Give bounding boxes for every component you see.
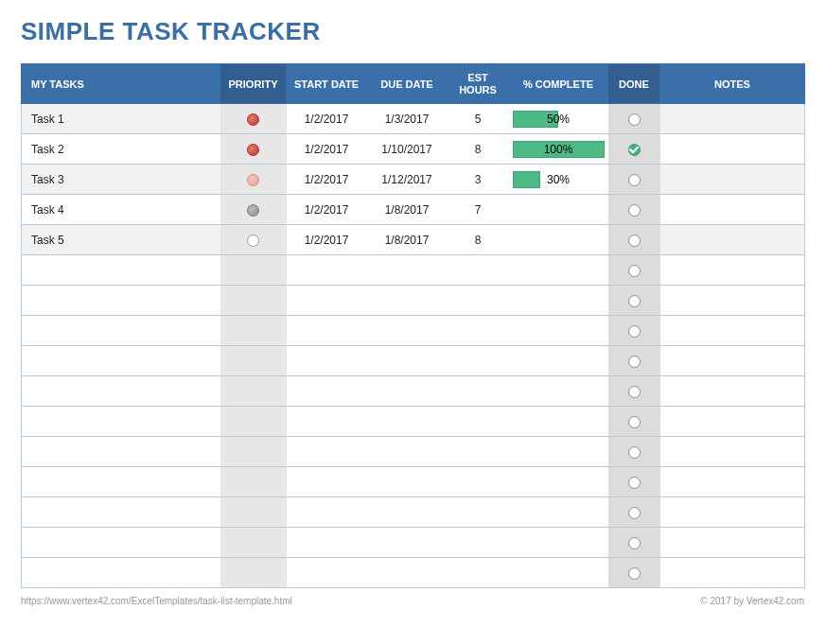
cell-due-date[interactable]: 1/10/2017 xyxy=(367,134,448,165)
cell-start-date[interactable]: 1/2/2017 xyxy=(287,195,367,225)
cell-notes[interactable] xyxy=(660,558,805,588)
cell-due-date[interactable] xyxy=(367,437,448,467)
cell-start-date[interactable]: 1/2/2017 xyxy=(287,165,367,195)
cell-due-date[interactable] xyxy=(367,376,448,407)
cell-est-hours[interactable] xyxy=(448,255,509,286)
cell-priority[interactable] xyxy=(220,134,287,165)
cell-task[interactable] xyxy=(22,346,220,376)
cell-priority[interactable] xyxy=(220,407,287,437)
cell-due-date[interactable] xyxy=(367,558,448,588)
checkmark-icon[interactable] xyxy=(628,144,641,156)
cell-start-date[interactable]: 1/2/2017 xyxy=(287,225,367,255)
cell-est-hours[interactable]: 5 xyxy=(448,104,509,134)
cell-pct-complete[interactable] xyxy=(509,255,608,286)
circle-icon[interactable] xyxy=(628,537,641,549)
cell-notes[interactable] xyxy=(660,104,805,134)
cell-priority[interactable] xyxy=(220,467,287,497)
cell-notes[interactable] xyxy=(660,255,805,286)
cell-task[interactable] xyxy=(22,316,220,346)
cell-start-date[interactable] xyxy=(287,376,367,407)
circle-icon[interactable] xyxy=(628,174,641,186)
cell-due-date[interactable] xyxy=(367,255,448,286)
cell-task[interactable] xyxy=(22,497,220,528)
cell-start-date[interactable] xyxy=(287,346,367,376)
cell-notes[interactable] xyxy=(660,316,805,346)
cell-priority[interactable] xyxy=(220,558,287,588)
cell-done[interactable] xyxy=(608,134,660,165)
cell-task[interactable]: Task 1 xyxy=(22,104,220,134)
cell-priority[interactable] xyxy=(220,316,287,346)
cell-pct-complete[interactable] xyxy=(509,225,608,255)
cell-est-hours[interactable] xyxy=(448,437,509,467)
cell-notes[interactable] xyxy=(660,437,805,467)
cell-task[interactable] xyxy=(22,286,220,316)
cell-task[interactable] xyxy=(22,467,220,497)
cell-priority[interactable] xyxy=(220,528,287,558)
cell-task[interactable] xyxy=(22,558,220,588)
cell-pct-complete[interactable]: 50% xyxy=(509,104,608,134)
cell-done[interactable] xyxy=(608,316,660,346)
cell-priority[interactable] xyxy=(220,195,287,225)
cell-notes[interactable] xyxy=(660,225,805,255)
cell-pct-complete[interactable] xyxy=(509,346,608,376)
cell-est-hours[interactable] xyxy=(448,558,509,588)
cell-start-date[interactable] xyxy=(287,255,367,286)
circle-icon[interactable] xyxy=(628,325,641,338)
cell-due-date[interactable]: 1/3/2017 xyxy=(367,104,448,134)
circle-icon[interactable] xyxy=(628,477,641,489)
cell-done[interactable] xyxy=(608,376,660,407)
cell-done[interactable] xyxy=(608,165,660,195)
cell-due-date[interactable] xyxy=(367,346,448,376)
cell-done[interactable] xyxy=(608,286,660,316)
cell-task[interactable] xyxy=(22,528,220,558)
cell-pct-complete[interactable] xyxy=(509,407,608,437)
cell-notes[interactable] xyxy=(660,407,805,437)
cell-done[interactable] xyxy=(608,407,660,437)
cell-due-date[interactable] xyxy=(367,497,448,528)
cell-pct-complete[interactable] xyxy=(509,437,608,467)
cell-start-date[interactable] xyxy=(287,497,367,528)
circle-icon[interactable] xyxy=(628,356,641,368)
cell-pct-complete[interactable] xyxy=(509,316,608,346)
cell-priority[interactable] xyxy=(220,286,287,316)
cell-priority[interactable] xyxy=(220,255,287,286)
cell-task[interactable] xyxy=(22,255,220,286)
cell-task[interactable] xyxy=(22,407,220,437)
cell-est-hours[interactable] xyxy=(448,286,509,316)
cell-est-hours[interactable]: 3 xyxy=(448,165,509,195)
cell-est-hours[interactable]: 8 xyxy=(448,134,509,165)
cell-done[interactable] xyxy=(608,528,660,558)
circle-icon[interactable] xyxy=(628,265,641,277)
cell-task[interactable]: Task 2 xyxy=(22,134,220,165)
circle-icon[interactable] xyxy=(628,235,641,247)
cell-due-date[interactable]: 1/8/2017 xyxy=(367,225,448,255)
cell-pct-complete[interactable] xyxy=(509,376,608,407)
cell-done[interactable] xyxy=(608,225,660,255)
cell-pct-complete[interactable] xyxy=(509,195,608,225)
cell-pct-complete[interactable] xyxy=(509,558,608,588)
cell-priority[interactable] xyxy=(220,437,287,467)
circle-icon[interactable] xyxy=(628,446,641,459)
cell-notes[interactable] xyxy=(660,195,805,225)
cell-notes[interactable] xyxy=(660,528,805,558)
cell-notes[interactable] xyxy=(660,376,805,407)
cell-done[interactable] xyxy=(608,467,660,497)
cell-pct-complete[interactable] xyxy=(509,497,608,528)
cell-est-hours[interactable] xyxy=(448,346,509,376)
cell-start-date[interactable] xyxy=(287,407,367,437)
cell-priority[interactable] xyxy=(220,104,287,134)
cell-due-date[interactable] xyxy=(367,467,448,497)
cell-due-date[interactable] xyxy=(367,407,448,437)
cell-start-date[interactable] xyxy=(287,558,367,588)
circle-icon[interactable] xyxy=(628,204,641,217)
cell-due-date[interactable] xyxy=(367,316,448,346)
cell-est-hours[interactable] xyxy=(448,407,509,437)
circle-icon[interactable] xyxy=(628,386,641,398)
cell-priority[interactable] xyxy=(220,346,287,376)
cell-task[interactable] xyxy=(22,376,220,407)
cell-pct-complete[interactable] xyxy=(509,467,608,497)
cell-start-date[interactable] xyxy=(287,437,367,467)
cell-start-date[interactable] xyxy=(287,528,367,558)
circle-icon[interactable] xyxy=(628,295,641,307)
cell-est-hours[interactable]: 8 xyxy=(448,225,509,255)
